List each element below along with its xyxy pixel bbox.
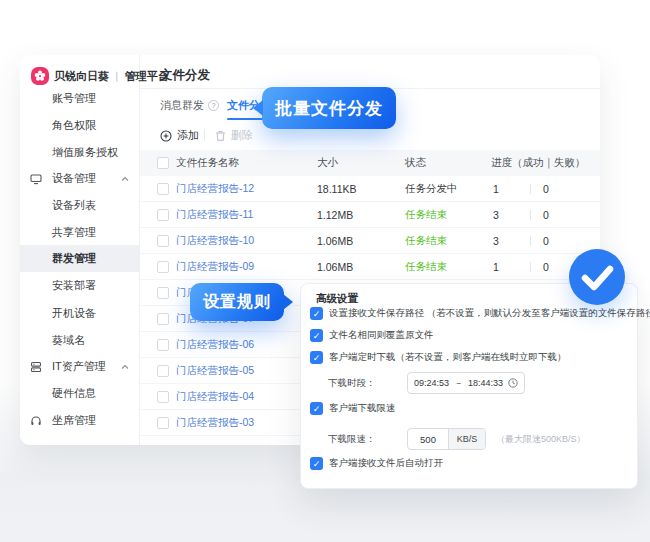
time-end-value[interactable]: 18:44:33 — [468, 378, 503, 388]
add-button-label: 添加 — [177, 128, 199, 143]
sidebar-item-label: 开机设备 — [52, 306, 96, 321]
time-range-dash: － — [454, 377, 463, 390]
sidebar-item-label: 群发管理 — [52, 251, 96, 266]
file-task-link[interactable]: 门店经营报告-12 — [176, 182, 254, 196]
option-overwrite[interactable]: ✓ 文件名相同则覆盖原文件 — [310, 329, 434, 342]
status-text: 任务结束 — [405, 234, 447, 248]
checkbox-checked-icon[interactable]: ✓ — [310, 307, 323, 320]
option-label: 文件名相同则覆盖原文件 — [329, 329, 434, 342]
row-checkbox[interactable] — [157, 313, 169, 325]
row-checkbox[interactable] — [157, 365, 169, 377]
server-icon — [30, 361, 42, 373]
file-task-link[interactable]: 门店经营报告-11 — [176, 208, 253, 222]
column-header-status[interactable]: 状态 — [405, 156, 426, 170]
time-range-input[interactable]: 09:24:53 － 18:44:33 — [407, 372, 525, 394]
trash-icon — [215, 130, 226, 142]
sidebar-item-value-added[interactable]: 增值服务授权 — [20, 139, 140, 166]
row-checkbox[interactable] — [157, 235, 169, 247]
checkbox-checked-icon[interactable]: ✓ — [310, 402, 323, 415]
sidebar-item-label: 共享管理 — [52, 225, 96, 240]
file-task-link[interactable]: 门店经营报告-04 — [176, 390, 254, 404]
fail-count: 0 — [538, 183, 554, 195]
option-speed-limit[interactable]: ✓ 客户端下载限速 — [310, 402, 396, 415]
file-size: 18.11KB — [317, 183, 357, 195]
callout-label: 设置规则 — [203, 292, 271, 313]
file-task-link[interactable]: 门店经营报告-05 — [176, 364, 254, 378]
add-button[interactable]: 添加 — [160, 128, 199, 143]
row-checkbox[interactable] — [157, 417, 169, 429]
sidebar-item-it-asset-management[interactable]: IT资产管理 — [20, 353, 140, 380]
sidebar-item-deploy[interactable]: 安装部署 — [20, 272, 140, 299]
status-text: 任务分发中 — [405, 182, 458, 196]
select-all-checkbox[interactable] — [157, 157, 169, 169]
option-label: 客户端下载限速 — [329, 402, 396, 415]
sidebar-item-broadcast-management[interactable]: 群发管理 — [20, 245, 140, 272]
speed-limit-label: 下载限速： — [328, 433, 376, 446]
column-header-size[interactable]: 大小 — [317, 156, 338, 170]
file-task-link[interactable]: 门店经营报告-06 — [176, 338, 254, 352]
table-row[interactable]: 门店经营报告-10 1.06MB 任务结束 3 0 — [140, 228, 600, 254]
table-row[interactable]: 门店经营报告-12 18.11KB 任务分发中 1 0 — [140, 176, 600, 202]
sidebar-item-label: 设备列表 — [52, 198, 96, 213]
row-checkbox[interactable] — [157, 391, 169, 403]
option-label: 客户端定时下载（若不设置，则客户端在线时立即下载） — [329, 351, 567, 364]
success-check-badge — [569, 249, 625, 305]
sidebar-item-label: 账号管理 — [52, 91, 96, 106]
row-checkbox[interactable] — [157, 183, 169, 195]
chevron-up-icon[interactable] — [121, 364, 129, 369]
option-save-path[interactable]: ✓ 设置接收文件保存路径 （若不设置，则默认分发至客户端设置的文件保存路径） — [310, 307, 650, 320]
success-count: 1 — [488, 183, 504, 195]
sidebar-item-account[interactable]: 账号管理 — [20, 85, 140, 112]
file-task-link[interactable]: 门店经营报告-09 — [176, 260, 254, 274]
speed-limit-input[interactable]: 500 — [408, 429, 448, 449]
callout-batch-file-distribution: 批量文件分发 — [262, 87, 396, 129]
sidebar-item-domain[interactable]: 葵域名 — [20, 327, 140, 354]
success-count: 3 — [488, 209, 504, 221]
sidebar-item-device-list[interactable]: 设备列表 — [20, 192, 140, 219]
success-count: 3 — [488, 235, 504, 247]
tab-label: 消息群发 — [160, 98, 204, 113]
file-task-link[interactable]: 门店经营报告-03 — [176, 416, 254, 430]
tab-message-broadcast[interactable]: 消息群发 ? — [160, 98, 219, 113]
row-checkbox[interactable] — [157, 339, 169, 351]
success-count: 1 — [488, 261, 504, 273]
row-checkbox[interactable] — [157, 261, 169, 273]
sidebar-item-label: 设备管理 — [52, 171, 96, 186]
sidebar-item-hardware[interactable]: 硬件信息 — [20, 380, 140, 407]
speed-limit-unit: KB/S — [448, 429, 485, 449]
help-icon[interactable]: ? — [208, 100, 219, 111]
sidebar-item-device-management[interactable]: 设备管理 — [20, 165, 140, 192]
brand-name-text: 贝锐向日葵 — [54, 69, 109, 84]
sidebar-item-seat-management[interactable]: 坐席管理 — [20, 407, 140, 434]
file-task-link[interactable]: 门店经营报告-10 — [176, 234, 254, 248]
progress-divider — [530, 236, 531, 246]
sidebar-item-roles[interactable]: 角色权限 — [20, 112, 140, 139]
sidebar-item-label: 葵域名 — [52, 333, 85, 348]
sidebar-item-label: 角色权限 — [52, 118, 96, 133]
circle-plus-icon — [160, 130, 172, 142]
sunflower-logo-icon — [31, 67, 49, 85]
file-size: 1.06MB — [317, 261, 353, 273]
sidebar-item-wakeup[interactable]: 开机设备 — [20, 300, 140, 327]
option-scheduled-download[interactable]: ✓ 客户端定时下载（若不设置，则客户端在线时立即下载） — [310, 351, 567, 364]
row-checkbox[interactable] — [157, 287, 169, 299]
row-checkbox[interactable] — [157, 209, 169, 221]
download-period-label: 下载时段： — [328, 377, 376, 390]
file-size: 1.12MB — [317, 209, 353, 221]
column-header-name[interactable]: 文件任务名称 — [176, 156, 239, 170]
monitor-icon — [30, 173, 42, 185]
sidebar-item-label: 增值服务授权 — [52, 145, 118, 160]
table-row[interactable]: 门店经营报告-09 1.06MB 任务结束 1 0 — [140, 254, 600, 280]
column-header-progress[interactable]: 进度（成功｜失败） — [491, 156, 585, 170]
option-auto-open[interactable]: ✓ 客户端接收文件后自动打开 — [310, 457, 443, 470]
sidebar-item-share[interactable]: 共享管理 — [20, 219, 140, 246]
file-size: 1.06MB — [317, 235, 353, 247]
chevron-up-icon[interactable] — [121, 176, 129, 181]
checkbox-checked-icon[interactable]: ✓ — [310, 351, 323, 364]
table-row[interactable]: 门店经营报告-11 1.12MB 任务结束 3 0 — [140, 202, 600, 228]
time-start-value[interactable]: 09:24:53 — [414, 378, 449, 388]
checkbox-checked-icon[interactable]: ✓ — [310, 329, 323, 342]
checkbox-checked-icon[interactable]: ✓ — [310, 457, 323, 470]
delete-button[interactable]: 删除 — [215, 128, 253, 143]
status-text: 任务结束 — [405, 208, 447, 222]
